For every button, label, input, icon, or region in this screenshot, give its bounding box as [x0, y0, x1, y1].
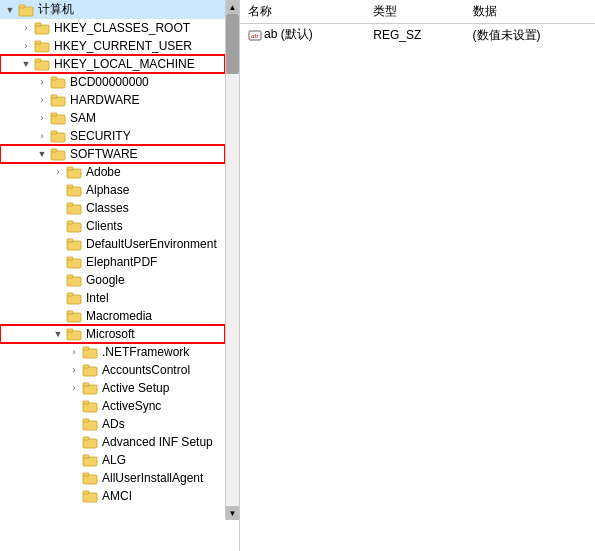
table-row[interactable]: ab ab (默认) REG_SZ (数值未设置) — [240, 24, 595, 47]
tree-label-hkey-current-user: HKEY_CURRENT_USER — [52, 39, 192, 53]
tree-label-ads: ADs — [100, 417, 125, 431]
svg-rect-37 — [67, 329, 73, 332]
tree-item-hkey-current-user[interactable]: › HKEY_CURRENT_USER — [0, 37, 225, 55]
tree-label-microsoft: Microsoft — [84, 327, 135, 341]
svg-rect-29 — [67, 257, 73, 260]
svg-rect-25 — [67, 221, 73, 224]
tree-item-microsoft[interactable]: ▼ Microsoft — [0, 325, 225, 343]
svg-rect-3 — [35, 23, 41, 26]
tree-item-alg[interactable]: › ALG — [0, 451, 225, 469]
folder-icon-current-user — [34, 39, 50, 53]
tree-label-netframework: .NETFramework — [100, 345, 189, 359]
expander-computer[interactable]: ▼ — [2, 2, 18, 18]
folder-icon-software — [50, 147, 66, 161]
tree-item-hardware[interactable]: › HARDWARE — [0, 91, 225, 109]
folder-icon-activesync — [82, 399, 98, 413]
tree-label-software: SOFTWARE — [68, 147, 138, 161]
tree-item-hkey-classes-root[interactable]: › HKEY_CLASSES_ROOT — [0, 19, 225, 37]
tree-item-elephantpdf[interactable]: › ElephantPDF — [0, 253, 225, 271]
tree-label-active-setup: Active Setup — [100, 381, 169, 395]
tree-item-advanced-inf-setup[interactable]: › Advanced INF Setup — [0, 433, 225, 451]
tree-items-wrapper: ▼ 计算机 › — [0, 0, 225, 520]
tree-label-hkey-local-machine: HKEY_LOCAL_MACHINE — [52, 57, 195, 71]
column-header-name: 名称 — [240, 0, 365, 24]
tree-item-adobe[interactable]: › Adobe — [0, 163, 225, 181]
tree-label-amci: AMCI — [100, 489, 132, 503]
scrollbar-thumb[interactable] — [226, 14, 239, 74]
tree-item-bcd[interactable]: › BCD00000000 — [0, 73, 225, 91]
tree-label-computer: 计算机 — [36, 1, 74, 18]
expander-hardware[interactable]: › — [34, 92, 50, 108]
folder-icon-elephantpdf — [66, 255, 82, 269]
folder-icon-amci — [82, 489, 98, 503]
tree-item-active-setup[interactable]: › Active Setup — [0, 379, 225, 397]
tree-item-alphase[interactable]: › Alphase — [0, 181, 225, 199]
tree-label-google: Google — [84, 273, 125, 287]
svg-rect-51 — [83, 455, 89, 458]
expander-security[interactable]: › — [34, 128, 50, 144]
registry-tree-panel: ▼ 计算机 › — [0, 0, 240, 551]
expander-hkey-local-machine[interactable]: ▼ — [18, 56, 34, 72]
tree-item-clients[interactable]: › Clients — [0, 217, 225, 235]
tree-item-amci[interactable]: › AMCI — [0, 487, 225, 505]
tree-item-software[interactable]: ▼ SOFTWARE — [0, 145, 225, 163]
tree-label-security: SECURITY — [68, 129, 131, 143]
expander-software[interactable]: ▼ — [34, 146, 50, 162]
registry-value-icon: ab — [248, 28, 262, 42]
scrollbar-down-button[interactable]: ▼ — [226, 506, 240, 520]
tree-item-ads[interactable]: › ADs — [0, 415, 225, 433]
tree-scrollbar[interactable]: ▲ ▼ — [225, 0, 239, 520]
tree-item-macromedia[interactable]: › Macromedia — [0, 307, 225, 325]
expander-adobe[interactable]: › — [50, 164, 66, 180]
registry-values-table: 名称 类型 数据 ab — [240, 0, 595, 47]
folder-icon-classes-root — [34, 21, 50, 35]
expander-sam[interactable]: › — [34, 110, 50, 126]
tree-label-clients: Clients — [84, 219, 123, 233]
svg-rect-53 — [83, 473, 89, 476]
svg-rect-27 — [67, 239, 73, 242]
tree-label-defaultuserenv: DefaultUserEnvironment — [84, 237, 217, 251]
folder-icon-security — [50, 129, 66, 143]
tree-item-security[interactable]: › SECURITY — [0, 127, 225, 145]
registry-right-panel: 名称 类型 数据 ab — [240, 0, 595, 551]
tree-label-adobe: Adobe — [84, 165, 121, 179]
svg-rect-35 — [67, 311, 73, 314]
tree-item-defaultuserenv[interactable]: › DefaultUserEnvironment — [0, 235, 225, 253]
expander-hkey-current-user[interactable]: › — [18, 38, 34, 54]
svg-rect-1 — [19, 5, 25, 8]
tree-item-activesync[interactable]: › ActiveSync — [0, 397, 225, 415]
folder-icon-intel — [66, 291, 82, 305]
cell-name: ab ab (默认) — [240, 24, 365, 47]
folder-icon-computer — [18, 3, 34, 17]
tree-label-advanced-inf-setup: Advanced INF Setup — [100, 435, 213, 449]
tree-item-google[interactable]: › Google — [0, 271, 225, 289]
scrollbar-up-button[interactable]: ▲ — [226, 0, 240, 14]
tree-item-computer[interactable]: ▼ 计算机 — [0, 0, 225, 19]
svg-rect-31 — [67, 275, 73, 278]
svg-rect-15 — [51, 131, 57, 134]
folder-icon-bcd — [50, 75, 66, 89]
expander-bcd[interactable]: › — [34, 74, 50, 90]
tree-item-alluserinstallagent[interactable]: › AllUserInstallAgent — [0, 469, 225, 487]
expander-active-setup[interactable]: › — [66, 380, 82, 396]
tree-label-alg: ALG — [100, 453, 126, 467]
expander-microsoft[interactable]: ▼ — [50, 326, 66, 342]
scrollbar-track — [226, 14, 239, 506]
expander-accountscontrol[interactable]: › — [66, 362, 82, 378]
tree-item-classes[interactable]: › Classes — [0, 199, 225, 217]
folder-icon-google — [66, 273, 82, 287]
cell-type: REG_SZ — [365, 24, 464, 47]
folder-icon-local-machine — [34, 57, 50, 71]
svg-rect-41 — [83, 365, 89, 368]
cell-name-text: ab (默认) — [264, 26, 313, 43]
tree-item-accountscontrol[interactable]: › AccountsControl — [0, 361, 225, 379]
tree-label-alluserinstallagent: AllUserInstallAgent — [100, 471, 203, 485]
folder-icon-defaultuserenv — [66, 237, 82, 251]
tree-label-sam: SAM — [68, 111, 96, 125]
tree-item-hkey-local-machine[interactable]: ▼ HKEY_LOCAL_MACHINE — [0, 55, 225, 73]
tree-item-intel[interactable]: › Intel — [0, 289, 225, 307]
expander-hkey-classes-root[interactable]: › — [18, 20, 34, 36]
expander-netframework[interactable]: › — [66, 344, 82, 360]
tree-item-netframework[interactable]: › .NETFramework — [0, 343, 225, 361]
tree-item-sam[interactable]: › SAM — [0, 109, 225, 127]
